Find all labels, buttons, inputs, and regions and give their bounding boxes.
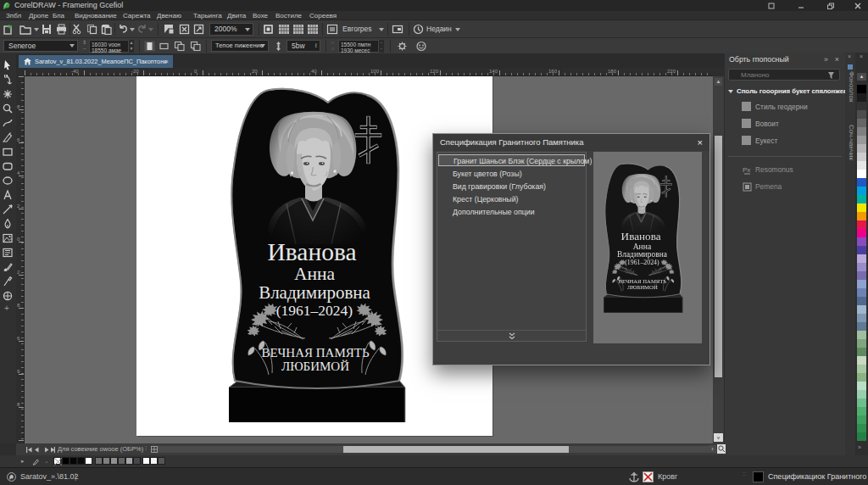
svg-text:Px: Px: [743, 166, 750, 174]
